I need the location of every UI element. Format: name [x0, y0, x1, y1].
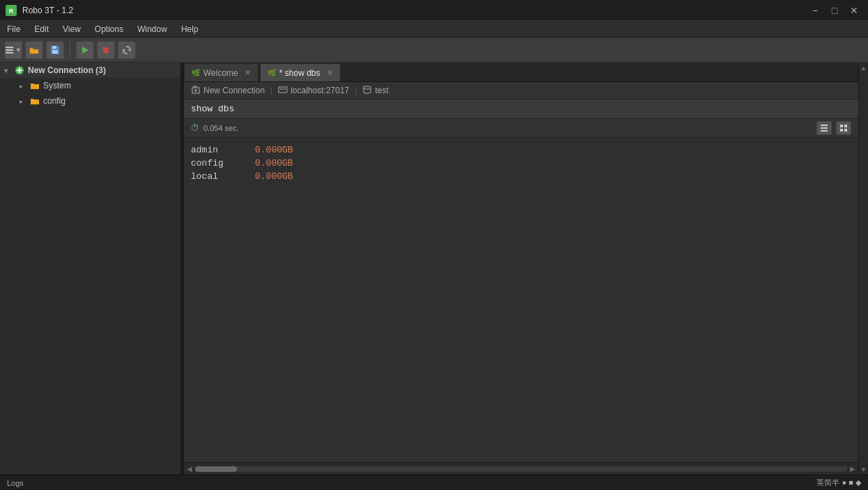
- tab-show-dbs[interactable]: 🌿 * show dbs ✕: [260, 63, 341, 81]
- scroll-up-arrow[interactable]: ▲: [859, 63, 868, 73]
- sidebar-config-label: config: [43, 96, 65, 106]
- scroll-down-arrow[interactable]: ▼: [859, 464, 868, 475]
- collapse-icon[interactable]: ▾: [4, 67, 14, 74]
- query-host: localhost:27017: [278, 86, 349, 95]
- list-view-button[interactable]: [816, 121, 832, 135]
- svg-point-15: [194, 89, 197, 92]
- svg-rect-27: [844, 129, 847, 132]
- sidebar-system[interactable]: ▸ System: [0, 78, 180, 93]
- menu-edit[interactable]: Edit: [27, 21, 56, 37]
- tab-showdbs-label: * show dbs: [279, 68, 320, 78]
- svg-rect-7: [52, 50, 58, 54]
- content-area: 🌿 Welcome ✕ 🌿 * show dbs ✕: [184, 63, 858, 475]
- output-line: config0.000GB: [191, 158, 851, 168]
- toolbar-menu-button[interactable]: ▼: [4, 41, 22, 59]
- menu-options[interactable]: Options: [88, 21, 130, 37]
- menu-help[interactable]: Help: [174, 21, 206, 37]
- config-folder-icon: [29, 95, 40, 106]
- scroll-thumb[interactable]: [195, 466, 237, 472]
- toolbar: ▼: [0, 38, 868, 63]
- grid-view-button[interactable]: [836, 121, 851, 135]
- minimize-button[interactable]: −: [807, 2, 823, 19]
- host-icon: [278, 86, 288, 95]
- svg-rect-17: [280, 88, 281, 90]
- query-connection: New Connection: [191, 85, 265, 96]
- svg-marker-8: [82, 47, 88, 54]
- output-value: 0.000GB: [255, 145, 293, 155]
- statusbar-logs[interactable]: Logs: [7, 479, 24, 487]
- toolbar-refresh-button[interactable]: [118, 41, 136, 59]
- toolbar-separator-1: [70, 42, 70, 58]
- query-db-label: test: [375, 86, 388, 95]
- query-db: test: [362, 85, 388, 96]
- connection-header-icon: [191, 85, 201, 96]
- timing-label: 0.054 sec.: [203, 124, 239, 132]
- horizontal-scrollbar[interactable]: ◀ ▶: [184, 462, 858, 475]
- tab-welcome-close[interactable]: ✕: [245, 68, 251, 77]
- statusbar-lang: 英简半: [816, 477, 839, 488]
- command-bar: show dbs: [184, 100, 858, 119]
- svg-rect-25: [844, 125, 847, 127]
- sidebar-config[interactable]: ▸ config: [0, 93, 180, 109]
- statusbar-indicators: ● ■ ◆: [842, 478, 861, 487]
- svg-rect-6: [52, 46, 56, 49]
- command-text: show dbs: [191, 104, 234, 114]
- svg-rect-14: [19, 68, 20, 73]
- toolbar-save-button[interactable]: [46, 41, 64, 59]
- output-key: local: [191, 171, 247, 182]
- tab-showdbs-icon: 🌿: [268, 69, 276, 77]
- query-connection-label: New Connection: [203, 86, 265, 95]
- tabs-bar: 🌿 Welcome ✕ 🌿 * show dbs ✕: [184, 63, 858, 82]
- menu-view[interactable]: View: [56, 21, 88, 37]
- output-value: 0.000GB: [255, 171, 293, 182]
- status-bar: Logs 英简半 ● ■ ◆: [0, 475, 868, 490]
- scroll-right-arrow[interactable]: ▶: [850, 465, 855, 473]
- output-key: admin: [191, 145, 247, 155]
- titlebar-controls: − □ ✕: [807, 2, 862, 19]
- query-header: New Connection | localhost:27017 |: [184, 82, 858, 100]
- svg-marker-10: [128, 49, 130, 52]
- config-expand-icon[interactable]: ▸: [20, 97, 29, 105]
- menu-file[interactable]: File: [0, 21, 27, 37]
- svg-rect-19: [284, 88, 286, 90]
- svg-point-20: [364, 86, 371, 89]
- results-area: admin0.000GBconfig0.000GBlocal0.000GB: [184, 138, 858, 462]
- timing-bar: ⏱ 0.054 sec.: [184, 119, 858, 138]
- toolbar-open-button[interactable]: [25, 41, 43, 59]
- maximize-button[interactable]: □: [826, 2, 843, 19]
- timing-bar-left: ⏱ 0.054 sec.: [191, 123, 239, 133]
- scroll-left-arrow[interactable]: ◀: [187, 465, 192, 473]
- tab-welcome-icon: 🌿: [192, 69, 200, 77]
- menu-window[interactable]: Window: [130, 21, 174, 37]
- svg-text:R: R: [9, 8, 14, 15]
- statusbar-right: 英简半 ● ■ ◆: [816, 477, 861, 488]
- sidebar-system-label: System: [43, 81, 71, 90]
- svg-rect-23: [821, 130, 828, 132]
- vertical-scrollbar[interactable]: ▲ ▼: [858, 63, 868, 475]
- tab-showdbs-close[interactable]: ✕: [327, 68, 333, 77]
- svg-rect-9: [103, 47, 109, 53]
- tab-welcome[interactable]: 🌿 Welcome ✕: [184, 63, 258, 81]
- toolbar-stop-button[interactable]: [97, 41, 115, 59]
- app-icon: R: [6, 5, 17, 16]
- titlebar-left: R Robo 3T - 1.2: [6, 5, 73, 16]
- tab-welcome-label: Welcome: [203, 68, 238, 78]
- query-host-label: localhost:27017: [290, 86, 349, 95]
- sidebar-connection-root[interactable]: ▾ New Connection (3): [0, 63, 180, 78]
- db-icon: [362, 85, 372, 96]
- svg-rect-22: [821, 127, 828, 129]
- scroll-track[interactable]: [195, 466, 847, 472]
- system-expand-icon[interactable]: ▸: [20, 82, 29, 90]
- connection-icon: [14, 65, 25, 76]
- output-key: config: [191, 158, 247, 168]
- system-folder-icon: [29, 80, 40, 91]
- output-value: 0.000GB: [255, 158, 293, 168]
- output-content: admin0.000GBconfig0.000GBlocal0.000GB: [184, 138, 858, 191]
- svg-rect-2: [6, 47, 13, 48]
- toolbar-run-button[interactable]: [76, 41, 94, 59]
- svg-rect-21: [821, 125, 828, 126]
- close-button[interactable]: ✕: [846, 2, 862, 19]
- svg-rect-26: [840, 129, 843, 132]
- sidebar: ▾ New Connection (3) ▸ System ▸: [0, 63, 181, 475]
- svg-rect-18: [282, 88, 284, 90]
